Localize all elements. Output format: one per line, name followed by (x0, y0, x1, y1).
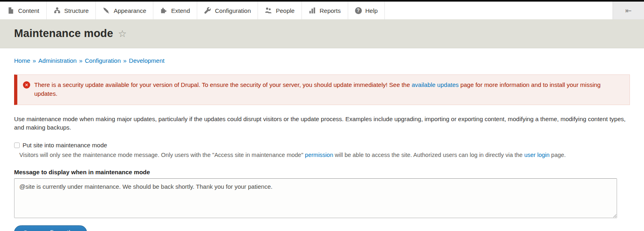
puzzle-icon (160, 7, 167, 14)
toolbar-item-content[interactable]: Content (0, 2, 47, 19)
error-text-before: There is a security update available for… (34, 81, 412, 88)
maintenance-mode-checkbox-row: Put site into maintenance mode (14, 142, 630, 148)
toolbar-item-label: Reports (320, 7, 341, 14)
wrench-icon (204, 7, 211, 14)
form-actions: Save configuration (14, 225, 630, 231)
toolbar-item-label: Structure (64, 7, 89, 14)
maintenance-mode-checkbox[interactable] (14, 142, 20, 148)
help-icon: ? (355, 7, 362, 14)
message-field-label: Message to display when in maintenance m… (14, 169, 630, 175)
description-text: will be able to access the site. Authori… (333, 152, 524, 158)
available-updates-link[interactable]: available updates (412, 81, 459, 88)
maintenance-message-textarea[interactable]: @site is currently under maintenance. We… (14, 178, 617, 218)
toolbar-item-label: Extend (171, 7, 190, 14)
toolbar-item-configuration[interactable]: Configuration (197, 2, 258, 19)
description-text: page. (549, 152, 566, 158)
toolbar-item-appearance[interactable]: Appearance (96, 2, 153, 19)
sitemap-icon (54, 7, 61, 14)
bar-chart-icon (309, 7, 316, 14)
error-icon: ✕ (23, 81, 30, 89)
admin-toolbar-menu: Content Structure Appearance Extend Conf (0, 2, 385, 19)
breadcrumb-separator: » (33, 57, 36, 64)
toolbar-item-label: People (276, 7, 295, 14)
breadcrumb: Home»Administration»Configuration»Develo… (14, 57, 630, 64)
error-message-box: ✕ There is a security update available f… (14, 74, 630, 105)
page-header-band: Maintenance mode ☆ (0, 19, 644, 48)
breadcrumb-link-home[interactable]: Home (14, 57, 30, 64)
toolbar-item-help[interactable]: ? Help (348, 2, 385, 19)
main-content: Home»Administration»Configuration»Develo… (0, 48, 644, 231)
paintbrush-icon (103, 7, 110, 14)
toolbar-item-label: Content (18, 7, 39, 14)
toolbar-item-extend[interactable]: Extend (153, 2, 197, 19)
maintenance-mode-intro: Use maintenance mode when making major u… (14, 115, 630, 132)
breadcrumb-separator: » (123, 57, 126, 64)
toolbar-item-label: Appearance (114, 7, 146, 14)
save-configuration-button[interactable]: Save configuration (14, 225, 87, 231)
toolbar-item-structure[interactable]: Structure (47, 2, 96, 19)
toolbar-orientation-toggle[interactable]: ⇤ (613, 2, 644, 19)
toolbar-item-label: Help (365, 7, 378, 14)
page-title: Maintenance mode (14, 27, 113, 40)
people-icon (265, 7, 272, 14)
admin-toolbar: Content Structure Appearance Extend Conf (0, 2, 644, 19)
description-text: Visitors will only see the maintenance m… (19, 152, 305, 158)
file-icon (7, 7, 14, 14)
breadcrumb-link-configuration[interactable]: Configuration (85, 57, 121, 64)
breadcrumb-separator: » (79, 57, 82, 64)
maintenance-mode-checkbox-label[interactable]: Put site into maintenance mode (23, 142, 107, 148)
user-login-link[interactable]: user login (524, 152, 549, 158)
star-icon[interactable]: ☆ (118, 29, 127, 39)
toolbar-item-label: Configuration (215, 7, 251, 14)
maintenance-mode-description: Visitors will only see the maintenance m… (19, 151, 630, 159)
breadcrumb-link-development[interactable]: Development (129, 57, 164, 64)
collapse-left-icon: ⇤ (625, 6, 632, 15)
breadcrumb-link-administration[interactable]: Administration (38, 57, 76, 64)
toolbar-item-reports[interactable]: Reports (302, 2, 348, 19)
toolbar-item-people[interactable]: People (258, 2, 302, 19)
permission-link[interactable]: permission (305, 152, 333, 158)
error-message-text: There is a security update available for… (34, 80, 622, 98)
